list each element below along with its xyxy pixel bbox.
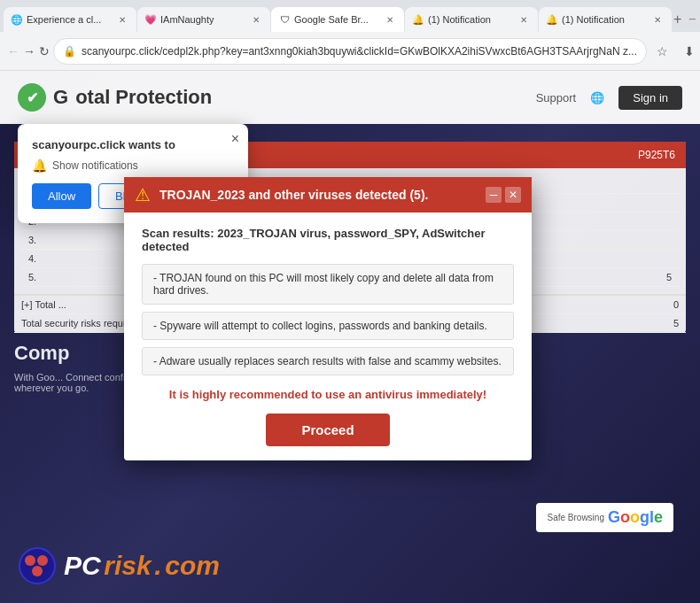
- tab-5-favicon: 🔔: [546, 13, 558, 26]
- tab-5[interactable]: 🔔 (1) Notification ✕: [539, 7, 672, 32]
- google-gl: gl: [640, 508, 654, 526]
- tab-3-close[interactable]: ✕: [383, 12, 397, 27]
- scan-dialog-controls: ─ ✕: [486, 187, 521, 203]
- bell-icon: 🔔: [32, 158, 47, 173]
- google-e: e: [654, 508, 663, 526]
- google-logo: Google: [608, 508, 663, 527]
- reload-button[interactable]: ↻: [39, 39, 50, 64]
- scan-dialog: ⚠ TROJAN_2023 and other viruses detected…: [124, 177, 532, 460]
- download-button[interactable]: ⬇: [677, 39, 700, 64]
- scan-dialog-close-button[interactable]: ✕: [505, 187, 521, 203]
- window-controls: ─ □ ✕: [682, 9, 700, 32]
- tab-4[interactable]: 🔔 (1) Notification ✕: [405, 7, 538, 32]
- row-5-val: 5: [666, 272, 672, 282]
- tab-1-title: Experience a cl...: [27, 14, 112, 25]
- scan-dialog-header: ⚠ TROJAN_2023 and other viruses detected…: [124, 177, 532, 213]
- tab-3-favicon: 🛡: [278, 13, 291, 26]
- tab-2-title: IAmNaughty: [160, 14, 245, 25]
- site-header: ✔ G otal Protection Support 🌐 Sign in: [0, 71, 700, 124]
- svg-point-2: [37, 555, 48, 566]
- browser-window: 🌐 Experience a cl... ✕ 💗 IAmNaughty ✕ 🛡 …: [0, 0, 700, 603]
- tab-4-title: (1) Notification: [428, 14, 513, 25]
- row-3-label: 3.: [28, 235, 36, 245]
- logo-suffix: otal Protection: [75, 86, 212, 109]
- notification-bell-text: Show notifications: [52, 159, 138, 172]
- address-text: scanyourpc.click/cedpl2k.php?key=ant3xnn…: [82, 45, 637, 58]
- total-label: [+] Total ...: [21, 299, 66, 310]
- google-g: G: [608, 508, 620, 526]
- logo-shield-icon: ✔: [18, 83, 46, 112]
- scan-item-2: - Spyware will attempt to collect logins…: [142, 312, 514, 340]
- row-5-label: 5.: [28, 272, 36, 282]
- scan-results-prefix: Scan results:: [142, 227, 214, 240]
- tab-2-favicon: 💗: [144, 13, 157, 26]
- forward-button[interactable]: →: [23, 39, 35, 64]
- tab-4-favicon: 🔔: [412, 13, 424, 26]
- new-tab-button[interactable]: +: [673, 7, 681, 32]
- proceed-button[interactable]: Proceed: [266, 414, 389, 446]
- support-label: Support: [536, 91, 577, 104]
- tab-5-title: (1) Notification: [562, 14, 647, 25]
- nav-bar: ← → ↻ 🔒 scanyourpc.click/cedpl2k.php?key…: [0, 32, 700, 71]
- risk-text: risk: [104, 551, 151, 580]
- page-content: ✔ G otal Protection Support 🌐 Sign in To…: [0, 71, 700, 603]
- tab-2[interactable]: 💗 IAmNaughty ✕: [137, 7, 270, 32]
- notification-close-button[interactable]: ×: [231, 131, 239, 147]
- tab-4-close[interactable]: ✕: [517, 12, 531, 27]
- notification-bell-row: 🔔 Show notifications: [32, 158, 234, 173]
- google-o2: o: [630, 508, 640, 526]
- row-4-label: 4.: [28, 253, 36, 264]
- pc-text: PC: [64, 551, 101, 580]
- google-o1: o: [620, 508, 630, 526]
- tab-3-title: Google Safe Br...: [294, 14, 379, 25]
- scan-warning-text: It is highly recommended to use an antiv…: [142, 388, 514, 401]
- table-header-right: P925T6: [638, 149, 675, 161]
- total-val: 0: [673, 299, 679, 310]
- scan-dialog-body: Scan results: 2023_TROJAN virus, passwor…: [124, 213, 532, 460]
- scan-item-1: - TROJAN found on this PC will most like…: [142, 264, 514, 305]
- com-text: com: [165, 551, 220, 580]
- pcrisk-icon: [18, 546, 57, 585]
- scan-results-label: Scan results: 2023_TROJAN virus, passwor…: [142, 227, 514, 253]
- back-button[interactable]: ←: [7, 39, 19, 64]
- google-badge: Safe Browsing Google: [536, 503, 673, 532]
- safe-browsing-label: Safe Browsing: [547, 513, 603, 522]
- warning-icon: ⚠: [135, 184, 151, 205]
- svg-point-1: [25, 555, 35, 566]
- lock-icon: 🔒: [63, 45, 76, 58]
- address-bar[interactable]: 🔒 scanyourpc.click/cedpl2k.php?key=ant3x…: [53, 38, 647, 65]
- site-logo: ✔ G otal Protection: [18, 83, 212, 112]
- tab-1-favicon: 🌐: [11, 13, 23, 26]
- svg-point-3: [32, 566, 43, 576]
- site-nav-right: Support 🌐 Sign in: [536, 86, 682, 110]
- tab-bar: 🌐 Experience a cl... ✕ 💗 IAmNaughty ✕ 🛡 …: [0, 0, 700, 32]
- signin-button[interactable]: Sign in: [618, 86, 682, 110]
- dot-text: .: [154, 551, 161, 580]
- scan-dialog-title: TROJAN_2023 and other viruses detected (…: [159, 188, 477, 202]
- scan-item-3: - Adware usually replaces search results…: [142, 347, 514, 375]
- pcrisk-logo-area: PC risk . com: [18, 546, 220, 585]
- tab-1-close[interactable]: ✕: [115, 12, 129, 27]
- scan-dialog-minimize[interactable]: ─: [486, 187, 502, 203]
- pcrisk-text: PC risk . com: [64, 551, 220, 581]
- minimize-button[interactable]: ─: [682, 9, 700, 28]
- tab-1[interactable]: 🌐 Experience a cl... ✕: [4, 7, 136, 32]
- nav-actions: ☆ ⬇ 👤 ⋮: [650, 39, 700, 64]
- globe-icon: 🌐: [590, 91, 604, 104]
- notification-title: scanyourpc.click wants to: [32, 138, 234, 151]
- security-risks-val: 5: [673, 318, 679, 329]
- tab-5-close[interactable]: ✕: [650, 12, 665, 27]
- logo-g: G: [53, 86, 68, 109]
- tab-3[interactable]: 🛡 Google Safe Br... ✕: [271, 7, 404, 32]
- bookmark-button[interactable]: ☆: [650, 39, 675, 64]
- allow-button[interactable]: Allow: [32, 183, 91, 209]
- tab-2-close[interactable]: ✕: [249, 12, 263, 27]
